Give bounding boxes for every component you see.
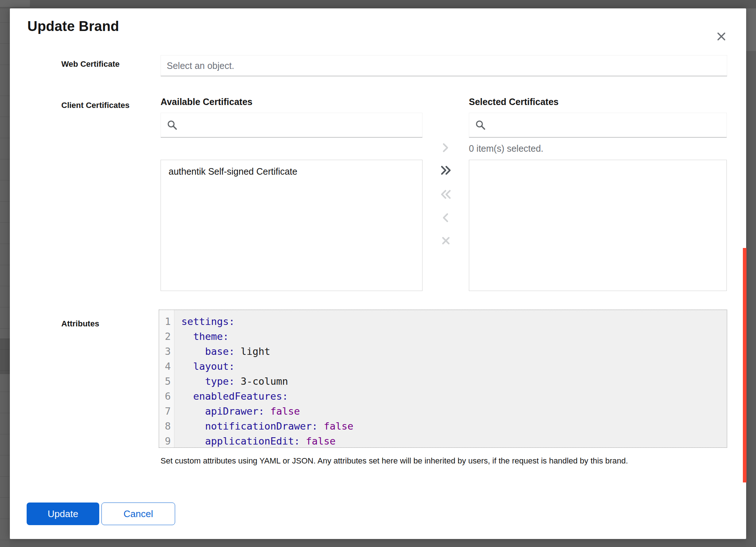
available-certificates-heading: Available Certificates	[161, 97, 252, 107]
chevron-left-icon	[441, 213, 451, 223]
background-sidebar-active-item	[0, 338, 10, 374]
web-certificate-label: Web Certificate	[61, 59, 120, 69]
chevron-right-icon	[441, 143, 451, 153]
selected-count-status: 0 item(s) selected.	[469, 143, 543, 154]
move-all-left-button[interactable]	[437, 186, 455, 203]
attributes-help-text: Set custom attributes using YAML or JSON…	[161, 456, 724, 466]
code-editor-content: settings: theme: base: light layout: typ…	[174, 310, 353, 447]
screen: Update Brand Web Certificate Client Cert…	[0, 0, 756, 547]
background-logo-remnant	[0, 0, 30, 7]
available-search-input[interactable]	[161, 113, 422, 137]
clear-icon	[441, 236, 451, 246]
selected-search-input[interactable]	[469, 113, 726, 137]
move-all-right-button[interactable]	[437, 162, 455, 179]
available-certificates-list[interactable]: authentik Self-signed Certificate	[161, 160, 423, 291]
close-icon	[717, 32, 726, 42]
selected-certificates-heading: Selected Certificates	[469, 97, 559, 107]
chevron-double-right-icon	[441, 165, 451, 175]
modal-title: Update Brand	[27, 19, 119, 34]
alert-edge-bar	[743, 248, 747, 482]
move-selected-left-button[interactable]	[437, 209, 455, 226]
cancel-button[interactable]: Cancel	[101, 503, 175, 525]
background-header-remnant	[0, 0, 756, 8]
certificate-option[interactable]: authentik Self-signed Certificate	[161, 160, 422, 183]
selected-search-box	[469, 113, 727, 137]
background-right-block	[746, 8, 756, 51]
background-sidebar-remnant	[0, 8, 10, 547]
update-button[interactable]: Update	[27, 503, 99, 525]
update-brand-modal: Update Brand Web Certificate Client Cert…	[10, 8, 746, 539]
background-right-remnant	[746, 8, 756, 547]
chevron-double-left-icon	[441, 189, 451, 199]
close-button[interactable]	[712, 27, 731, 46]
remove-all-button[interactable]	[437, 232, 455, 249]
code-editor-gutter: 123456789	[159, 310, 174, 447]
client-certificates-label: Client Certificates	[61, 101, 130, 110]
available-search-box	[161, 113, 423, 137]
dual-list-controls	[433, 8, 459, 264]
move-selected-right-button[interactable]	[437, 139, 455, 156]
attributes-code-editor[interactable]: 123456789 settings: theme: base: light l…	[159, 310, 727, 448]
selected-certificates-list[interactable]	[469, 160, 727, 291]
attributes-label: Attributes	[61, 319, 99, 329]
